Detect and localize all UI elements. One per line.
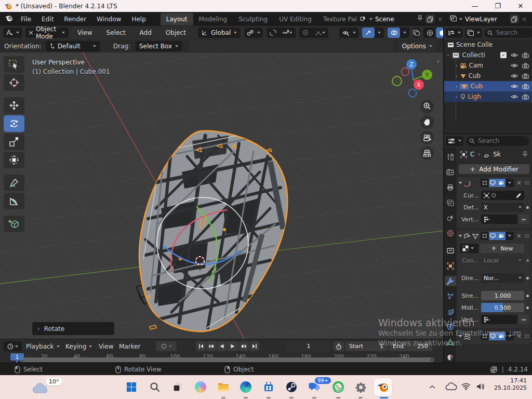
overlays-toggle[interactable] xyxy=(388,28,400,38)
eye-icon[interactable] xyxy=(511,63,518,68)
render-toggle[interactable] xyxy=(497,179,506,187)
whatsapp-button[interactable] xyxy=(329,378,347,396)
microsoft-store-button[interactable] xyxy=(260,378,277,396)
xray-toggle[interactable] xyxy=(413,28,420,38)
edit-mode-toggle[interactable] xyxy=(481,332,489,340)
editor-type-button[interactable] xyxy=(3,28,22,38)
tool-rotate[interactable] xyxy=(4,115,24,132)
timeline-scrollbar[interactable] xyxy=(20,357,434,362)
camera-visibility-icon[interactable] xyxy=(522,63,529,69)
tab-world[interactable] xyxy=(445,228,456,238)
drag-handle-icon[interactable] xyxy=(524,334,529,338)
proportional-falloff-selector[interactable] xyxy=(312,28,328,38)
menu-select[interactable]: Select xyxy=(101,27,131,38)
task-view-button[interactable] xyxy=(169,378,187,396)
modifier-header[interactable]: × xyxy=(457,230,531,242)
tab-scene[interactable] xyxy=(445,212,456,223)
prev-keyframe-button[interactable] xyxy=(206,341,216,351)
extras-dropdown[interactable] xyxy=(506,179,514,187)
render-toggle[interactable] xyxy=(497,232,506,240)
menu-edit[interactable]: Edit xyxy=(36,14,59,25)
eye-icon[interactable] xyxy=(511,94,518,99)
tab-tool[interactable] xyxy=(445,152,456,162)
outliner-row-cube-001-active[interactable]: › Cub xyxy=(444,81,532,91)
axis-neg-z-ball[interactable] xyxy=(409,89,417,97)
edit-mode-toggle[interactable] xyxy=(481,232,489,240)
keying-menu[interactable]: Keying xyxy=(65,341,92,351)
tab-collection[interactable] xyxy=(445,245,456,256)
auto-keying-toggle[interactable] xyxy=(156,341,177,351)
operator-panel[interactable]: › Rotate xyxy=(32,322,114,335)
tab-physics[interactable] xyxy=(445,307,456,317)
deform-axis-dropdown[interactable]: X xyxy=(481,203,524,212)
tab-modifiers[interactable] xyxy=(445,276,456,286)
tool-add-cube[interactable] xyxy=(4,216,24,232)
menu-object[interactable]: Object xyxy=(161,27,191,38)
new-view-layer-button[interactable] xyxy=(510,15,519,23)
current-frame-field[interactable]: 1 xyxy=(287,341,330,351)
realtime-toggle[interactable] xyxy=(489,232,497,240)
modifier-header[interactable]: × xyxy=(457,330,531,342)
vertex-group-field[interactable] xyxy=(481,315,517,324)
workspace-tab-layout[interactable]: Layout xyxy=(161,13,193,25)
drag-handle-icon[interactable] xyxy=(524,181,529,185)
tool-measure[interactable] xyxy=(4,193,24,209)
tab-particles[interactable] xyxy=(445,291,456,301)
realtime-toggle[interactable] xyxy=(489,179,497,187)
animate-dot[interactable] xyxy=(526,206,529,209)
camera-view-button[interactable] xyxy=(420,131,434,144)
taskbar-clock[interactable]: 17:41 25.10.2025 xyxy=(494,377,527,392)
pin-icon[interactable] xyxy=(417,15,423,23)
edit-mode-toggle[interactable] xyxy=(481,179,489,187)
collapse-icon[interactable] xyxy=(459,235,462,237)
expand-icon[interactable]: › xyxy=(456,84,458,89)
drag-dropdown[interactable]: Select Box xyxy=(136,41,182,51)
jump-to-start-button[interactable] xyxy=(196,341,206,351)
tab-material[interactable] xyxy=(445,352,456,363)
outliner-row-camera[interactable]: › Cam xyxy=(444,60,532,71)
tab-view-layer[interactable] xyxy=(445,197,456,208)
tab-object[interactable] xyxy=(445,261,456,271)
breadcrumb-object-name[interactable]: C xyxy=(470,151,474,158)
delete-modifier-icon[interactable]: × xyxy=(516,232,522,240)
camera-visibility-icon[interactable] xyxy=(522,84,529,89)
menu-render[interactable]: Render xyxy=(59,14,91,25)
menu-file[interactable]: File xyxy=(16,14,36,25)
show-gizmo-selector[interactable] xyxy=(339,28,358,38)
delete-modifier-icon[interactable]: × xyxy=(516,179,522,187)
workspace-tab-uv-editing[interactable]: UV Editing xyxy=(273,13,317,25)
realtime-toggle[interactable] xyxy=(489,332,497,340)
add-modifier-button[interactable]: + Add Modifier xyxy=(459,164,529,174)
collapse-icon[interactable] xyxy=(459,182,462,184)
sidebar-collapse-icon[interactable]: ‹ xyxy=(437,58,440,65)
unlink-scene-icon[interactable]: × xyxy=(437,16,443,23)
menu-view[interactable]: View xyxy=(72,27,97,38)
properties-search[interactable] xyxy=(466,136,529,146)
start-frame-field[interactable]: Start1 xyxy=(345,341,388,351)
tool-scale[interactable] xyxy=(4,134,24,150)
onedrive-tray-icon[interactable] xyxy=(445,382,457,392)
expand-icon[interactable]: › xyxy=(456,94,458,99)
eye-icon[interactable] xyxy=(511,84,518,89)
axis-neg-x-ball[interactable] xyxy=(402,68,409,76)
timeline-editor-type-button[interactable] xyxy=(3,341,22,351)
minimize-button[interactable]: — xyxy=(463,0,486,12)
tool-cursor[interactable] xyxy=(4,74,24,91)
animate-dot[interactable] xyxy=(526,295,529,297)
options-dropdown[interactable]: Options xyxy=(398,41,436,51)
blender-menu-logo-icon[interactable] xyxy=(4,14,14,24)
camera-visibility-icon[interactable] xyxy=(522,94,529,100)
delete-modifier-icon[interactable]: × xyxy=(516,332,522,340)
tool-transform[interactable] xyxy=(4,152,24,168)
jump-to-end-button[interactable] xyxy=(249,341,259,351)
expand-icon[interactable]: › xyxy=(456,63,458,68)
coordinates-dropdown[interactable]: Local xyxy=(481,256,524,265)
remove-view-layer-icon[interactable]: × xyxy=(522,16,527,23)
extras-dropdown[interactable] xyxy=(506,232,514,240)
tray-expand-icon[interactable] xyxy=(429,383,435,391)
next-keyframe-button[interactable] xyxy=(239,341,249,351)
navigation-gizmo[interactable]: Z Y X xyxy=(387,55,439,104)
invert-vgroup-button[interactable]: ↔ xyxy=(518,315,529,324)
eye-icon[interactable] xyxy=(511,73,518,78)
tab-constraints[interactable] xyxy=(445,322,456,332)
